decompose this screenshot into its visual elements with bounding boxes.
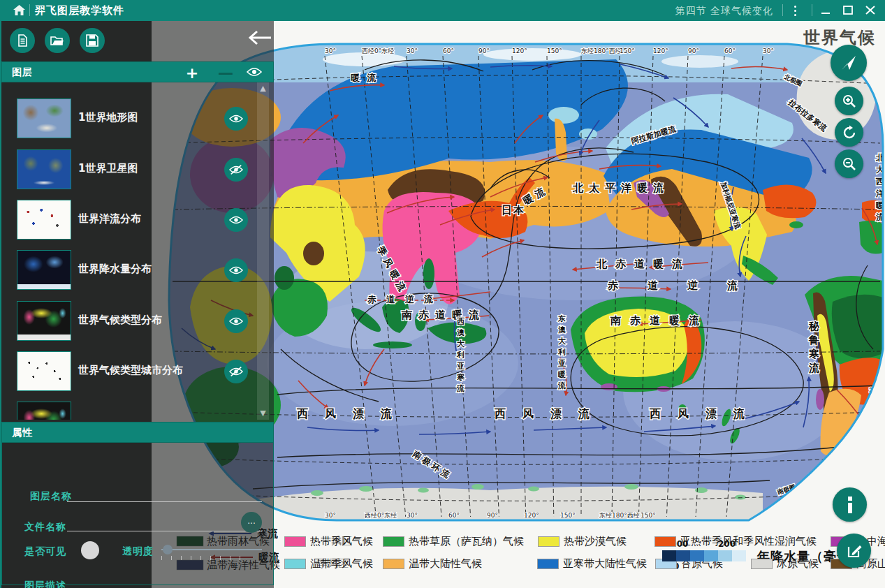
opacity-label: 透明度 [122, 545, 154, 558]
eye-icon [247, 65, 262, 79]
collapse-sidebar-button[interactable] [247, 29, 272, 49]
open-folder-icon [50, 34, 64, 47]
layer-visibility-toggle[interactable] [224, 107, 248, 131]
layer-item-partial[interactable] [1, 402, 274, 420]
properties-panel: 图层名称 文件名称 ... 是否可见 透明度 图层描述 [1, 443, 274, 585]
layer-visibility-toggle[interactable] [224, 258, 248, 282]
close-button[interactable] [861, 3, 879, 18]
layer-item[interactable]: 世界降水量分布 [1, 250, 274, 300]
file-name-input[interactable] [67, 521, 262, 531]
home-icon[interactable] [13, 4, 26, 16]
longitude-labels-bottom: 30°西经0°东经30°60°90°120°150°东经180°西经150° [325, 512, 656, 519]
map-text: 120° [524, 512, 539, 519]
current-label: 西澳大利亚寒流 [456, 317, 465, 393]
zoom-in-button[interactable] [835, 87, 863, 115]
layer-visibility-toggle[interactable] [224, 360, 248, 383]
current-label: 东澳大利亚暖流 [557, 314, 566, 390]
current-label: 南赤道暖流 [610, 314, 708, 327]
layer-item[interactable]: 1世界地形图 [1, 98, 274, 149]
map-text: 150° [560, 512, 576, 519]
current-label: 西风漂流 [649, 407, 761, 420]
current-label: 赤道逆流 [367, 294, 443, 304]
back-arrow-icon [247, 29, 272, 46]
layer-item[interactable]: 世界气候类型分布 [1, 301, 274, 351]
info-button[interactable] [833, 487, 867, 522]
browse-file-button[interactable]: ... [241, 512, 262, 533]
map-text: 30° [325, 47, 336, 54]
layer-visibility-toggle[interactable] [224, 158, 248, 182]
info-icon [842, 496, 858, 514]
current-label: 北太平洋暖流 [572, 182, 669, 194]
add-layer-button[interactable]: + [184, 64, 200, 81]
navigation-arrow-icon [840, 54, 858, 72]
map-text: 60° [443, 47, 454, 54]
map-text: 西经0°东经 [362, 47, 394, 54]
open-file-button[interactable] [45, 28, 70, 53]
scroll-down-arrow[interactable]: ▼ [258, 409, 268, 418]
layer-visibility-toggle[interactable] [224, 208, 248, 232]
current-label: 南赤道暖流 [401, 309, 485, 321]
menu-kebab-button[interactable] [789, 4, 801, 17]
map-text: 120° [653, 47, 668, 54]
map-text: 60° [448, 512, 460, 519]
layer-item[interactable]: 世界气候类型城市分布 [1, 351, 274, 402]
save-button[interactable] [80, 28, 105, 53]
layer-list-scrollbar[interactable]: ▲ ▼ [257, 82, 269, 420]
layer-label: 世界洋流分布 [78, 212, 141, 226]
zoom-in-icon [842, 94, 857, 109]
map-text: 东经180°西经 [580, 47, 622, 54]
layer-name-input[interactable] [67, 492, 262, 502]
file-name-label: 文件名称 [24, 521, 66, 534]
zoom-out-button[interactable] [835, 149, 863, 178]
layer-thumbnail [17, 149, 71, 189]
layer-label: 世界降水量分布 [78, 263, 152, 276]
current-label: 西风漂流 [296, 407, 409, 420]
new-project-button[interactable] [10, 28, 35, 53]
refresh-icon [842, 125, 857, 140]
layer-name-label: 图层名称 [30, 490, 72, 503]
minimize-button[interactable] [817, 3, 835, 18]
visible-label: 是否可见 [24, 545, 66, 558]
lesson-section-title: 第四节 全球气候变化 [675, 5, 773, 17]
application-window: 30°西经0°东经30°60°90°120°150°东经180°西经150°12… [0, 0, 885, 588]
opacity-slider-track[interactable] [161, 549, 262, 550]
layer-list: 1世界地形图 1世界卫星图 世界洋流分布 [1, 82, 274, 420]
edit-annotate-button[interactable] [837, 534, 871, 568]
edit-pencil-icon [846, 543, 863, 559]
layers-panel-header: 图层 + — [1, 61, 274, 82]
description-input[interactable] [67, 580, 262, 588]
map-text: 西经0°东经 [365, 512, 397, 519]
layer-thumbnail [17, 402, 71, 420]
layer-item[interactable]: 1世界卫星图 [1, 149, 274, 200]
layer-visibility-toggle[interactable] [224, 309, 248, 333]
opacity-slider-knob[interactable] [163, 545, 173, 554]
map-text: 150° [547, 47, 562, 54]
opacity-slider-ticks [161, 556, 245, 560]
current-label: 赤道逆流 [607, 279, 767, 292]
map-text: 90° [478, 47, 490, 54]
layer-item[interactable]: 世界洋流分布 [1, 200, 274, 250]
remove-layer-button[interactable]: — [217, 64, 234, 81]
maximize-button[interactable] [839, 3, 857, 18]
pan-navigate-button[interactable] [831, 45, 867, 81]
layer-label: 世界气候类型城市分布 [78, 364, 183, 377]
save-floppy-icon [86, 34, 98, 47]
map-text: 150° [620, 47, 635, 54]
refresh-button[interactable] [835, 118, 863, 147]
map-text: 30° [407, 47, 418, 54]
properties-panel-header: 属性 [1, 422, 274, 443]
map-text: 150° [641, 512, 656, 519]
layer-label: 世界气候类型分布 [78, 314, 162, 327]
layer-thumbnail [17, 301, 71, 341]
toggle-all-visibility-button[interactable] [247, 65, 262, 82]
sidebar: 图层 + — 1世界地形图 1世界卫星图 [1, 21, 274, 588]
visible-toggle[interactable] [81, 541, 99, 559]
layer-thumbnail [17, 200, 71, 240]
map-text: 30° [763, 47, 774, 54]
map-text: 120° [512, 47, 527, 54]
properties-panel-title: 属性 [12, 427, 33, 439]
layer-thumbnail [17, 351, 71, 391]
layer-thumbnail [17, 250, 71, 290]
layer-thumbnail [17, 98, 71, 138]
scroll-up-arrow[interactable]: ▲ [258, 84, 268, 94]
